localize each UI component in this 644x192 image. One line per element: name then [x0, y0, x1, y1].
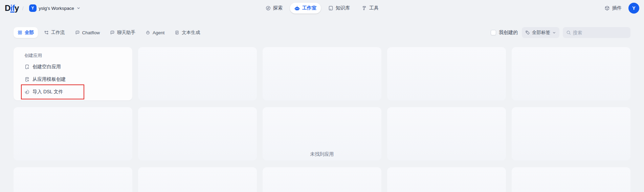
app-card-placeholder [14, 107, 132, 160]
tab-text-generation[interactable]: 文本生成 [171, 27, 204, 38]
chevron-down-icon [76, 6, 81, 10]
app-card-placeholder [138, 167, 257, 192]
create-item-label: 创建空白应用 [32, 64, 61, 70]
app-card-placeholder [512, 107, 630, 160]
tab-label: Chatflow [82, 30, 100, 35]
import-dsl-icon [24, 89, 30, 95]
robot-icon [294, 5, 300, 11]
tag-filter-dropdown[interactable]: 全部标签 [522, 27, 559, 38]
tab-chat-assistant[interactable]: 聊天助手 [106, 27, 139, 38]
apps-grid: 创建应用 创建空白应用 从应用模板创建 导入 DSL 文件 [14, 47, 630, 192]
search-icon [566, 30, 571, 35]
tag-icon [525, 30, 530, 35]
created-by-me-filter[interactable]: 我创建的 [491, 30, 518, 36]
create-from-template-icon [24, 77, 30, 82]
tab-all[interactable]: 全部 [14, 27, 38, 38]
app-card-placeholder [387, 47, 506, 100]
create-blank-app-icon [24, 64, 30, 70]
tab-label: 文本生成 [182, 30, 200, 36]
nav-item-label: 知识库 [336, 5, 350, 11]
user-avatar[interactable]: Y [628, 3, 639, 14]
search-box[interactable] [563, 27, 630, 38]
create-app-title: 创建应用 [24, 53, 126, 59]
app-card-placeholder [387, 167, 506, 192]
create-from-template-button[interactable]: 从应用模板创建 [24, 75, 126, 84]
chevron-down-icon [552, 31, 556, 35]
app-card-placeholder [138, 47, 257, 100]
import-dsl-button[interactable]: 导入 DSL 文件 [24, 87, 126, 97]
tab-label: 聊天助手 [117, 30, 135, 36]
header-left: Dify / Y yslg's Workspace [5, 3, 83, 13]
nav-item-label: 探索 [273, 5, 283, 11]
create-item-label: 从应用模板创建 [32, 76, 66, 82]
search-input[interactable] [573, 30, 627, 35]
create-item-label: 导入 DSL 文件 [32, 89, 63, 95]
grid-icon [18, 30, 22, 35]
workspace-avatar: Y [29, 4, 37, 12]
nav-item-label: 工具 [369, 5, 379, 11]
tab-chatflow[interactable]: Chatflow [71, 28, 104, 38]
created-by-me-label: 我创建的 [499, 30, 518, 36]
create-app-card: 创建应用 创建空白应用 从应用模板创建 导入 DSL 文件 [14, 47, 132, 100]
document-icon [175, 30, 179, 35]
app-type-tabs: 全部 工作流 Chatflow 聊天助手 Agent [14, 27, 204, 38]
breadcrumb-divider: / [22, 5, 23, 11]
tab-label: 全部 [25, 30, 34, 36]
nav-item-studio[interactable]: 工作室 [290, 3, 321, 14]
logo-letter-d: D [5, 3, 10, 13]
app-card-placeholder [512, 167, 630, 192]
plugins-label: 插件 [612, 5, 622, 11]
agent-icon [146, 30, 150, 35]
nav-item-label: 工作室 [302, 5, 316, 11]
tools-icon [361, 5, 367, 11]
nav-item-explore[interactable]: 探索 [261, 3, 287, 14]
cube-icon [604, 5, 610, 11]
compass-icon [265, 5, 271, 11]
workspace-selector[interactable]: Y yslg's Workspace [27, 3, 83, 13]
dify-logo[interactable]: Dify [5, 3, 19, 13]
header-right: 插件 Y [602, 3, 639, 14]
app-card-placeholder [138, 107, 257, 160]
logo-letter-y: y [15, 3, 19, 13]
plugins-button[interactable]: 插件 [602, 3, 624, 13]
nav-item-tools[interactable]: 工具 [357, 3, 383, 14]
app-card-placeholder [14, 167, 132, 192]
created-by-me-checkbox[interactable] [491, 30, 496, 35]
app-card-placeholder [263, 167, 381, 192]
tab-label: 工作流 [51, 30, 65, 36]
logo-letters-if: if [10, 3, 15, 13]
tab-label: Agent [153, 30, 164, 35]
tab-workflow[interactable]: 工作流 [40, 27, 69, 38]
main-nav: 探索 工作室 知识库 工具 [261, 3, 383, 14]
empty-state-message: 未找到应用 [310, 151, 334, 157]
create-blank-app-button[interactable]: 创建空白应用 [24, 62, 126, 72]
filter-controls: 我创建的 全部标签 [491, 27, 630, 38]
workspace-name: yslg's Workspace [39, 6, 74, 11]
app-card-placeholder [512, 47, 630, 100]
apps-toolbar: 全部 工作流 Chatflow 聊天助手 Agent [14, 26, 630, 39]
tag-filter-label: 全部标签 [532, 30, 550, 36]
chat-bubble-icon [75, 30, 80, 35]
chat-bubble-icon [110, 30, 115, 35]
tab-agent[interactable]: Agent [141, 28, 169, 38]
app-card-placeholder [263, 47, 381, 100]
book-icon [328, 5, 333, 11]
app-card-placeholder [387, 107, 506, 160]
workflow-icon [44, 30, 49, 35]
nav-item-knowledge[interactable]: 知识库 [324, 3, 354, 14]
app-header: Dify / Y yslg's Workspace 探索 工作室 [0, 0, 644, 16]
